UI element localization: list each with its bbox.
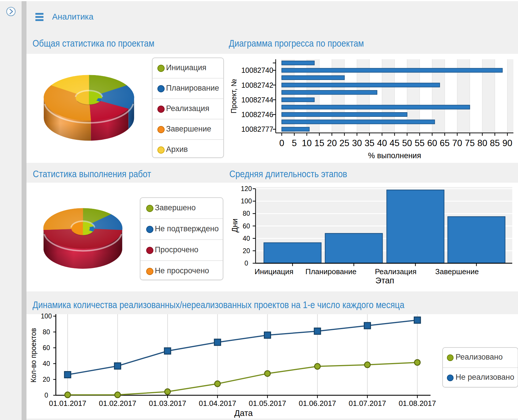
svg-text:10082744: 10082744 bbox=[241, 96, 273, 104]
svg-text:Кол-во проектов: Кол-во проектов bbox=[29, 328, 37, 383]
svg-text:15: 15 bbox=[314, 138, 324, 148]
svg-text:0: 0 bbox=[45, 392, 48, 399]
svg-text:80: 80 bbox=[477, 138, 487, 148]
svg-text:45: 45 bbox=[390, 138, 399, 148]
svg-text:Завершение: Завершение bbox=[435, 267, 479, 276]
svg-text:% выполнения: % выполнения bbox=[368, 151, 421, 160]
svg-text:100: 100 bbox=[41, 312, 52, 320]
svg-text:55: 55 bbox=[415, 138, 424, 148]
svg-text:01.07.2017: 01.07.2017 bbox=[349, 399, 386, 408]
svg-text:35: 35 bbox=[365, 138, 374, 148]
svg-text:01.05.2017: 01.05.2017 bbox=[249, 399, 286, 408]
svg-text:80: 80 bbox=[43, 328, 50, 336]
svg-text:Проект, №: Проект, № bbox=[230, 79, 238, 113]
svg-text:85: 85 bbox=[490, 138, 500, 148]
svg-text:5: 5 bbox=[292, 138, 297, 148]
svg-text:20: 20 bbox=[327, 138, 337, 148]
svg-text:01.02.2017: 01.02.2017 bbox=[99, 399, 136, 408]
svg-text:70: 70 bbox=[452, 138, 462, 148]
svg-text:60: 60 bbox=[43, 344, 50, 352]
svg-text:10082740: 10082740 bbox=[241, 66, 273, 74]
svg-text:50: 50 bbox=[402, 138, 412, 148]
svg-text:60: 60 bbox=[427, 138, 437, 148]
svg-text:25: 25 bbox=[340, 138, 349, 148]
svg-text:90: 90 bbox=[502, 138, 512, 148]
svg-text:Дни: Дни bbox=[231, 219, 239, 232]
svg-text:10: 10 bbox=[302, 138, 312, 148]
svg-text:01.01.2017: 01.01.2017 bbox=[49, 399, 86, 408]
svg-text:0: 0 bbox=[245, 259, 248, 267]
svg-text:01.08.2017: 01.08.2017 bbox=[399, 399, 436, 408]
svg-text:65: 65 bbox=[440, 138, 450, 148]
svg-text:0: 0 bbox=[279, 138, 284, 148]
svg-text:Инициация: Инициация bbox=[255, 267, 294, 276]
svg-text:01.03.2017: 01.03.2017 bbox=[149, 399, 186, 408]
svg-text:Этап: Этап bbox=[375, 276, 394, 285]
svg-text:100: 100 bbox=[241, 197, 252, 205]
svg-text:Планирование: Планирование bbox=[305, 267, 356, 276]
svg-text:20: 20 bbox=[43, 376, 50, 383]
svg-text:10082742: 10082742 bbox=[241, 81, 273, 89]
svg-text:Реализация: Реализация bbox=[375, 267, 417, 276]
svg-text:Дата: Дата bbox=[234, 408, 253, 418]
svg-text:40: 40 bbox=[43, 360, 50, 367]
svg-text:01.06.2017: 01.06.2017 bbox=[299, 399, 336, 408]
svg-text:10082777: 10082777 bbox=[241, 125, 273, 133]
svg-text:40: 40 bbox=[377, 138, 387, 148]
svg-text:60: 60 bbox=[243, 222, 250, 230]
svg-text:30: 30 bbox=[352, 138, 362, 148]
svg-text:120: 120 bbox=[241, 185, 252, 192]
svg-text:20: 20 bbox=[243, 247, 250, 255]
svg-text:40: 40 bbox=[243, 235, 250, 242]
svg-text:10082746: 10082746 bbox=[241, 110, 273, 119]
svg-text:80: 80 bbox=[243, 210, 250, 217]
svg-text:01.04.2017: 01.04.2017 bbox=[199, 399, 236, 408]
svg-text:75: 75 bbox=[465, 138, 475, 148]
